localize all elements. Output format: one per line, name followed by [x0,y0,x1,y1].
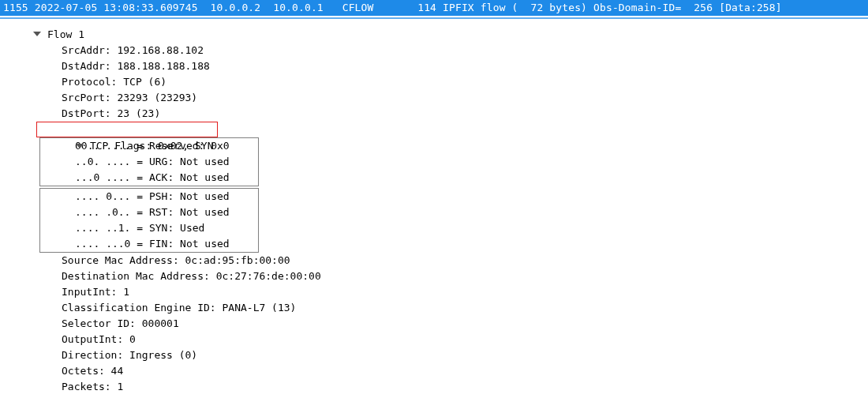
field-row[interactable]: Protocol: TCP (6) [62,74,865,90]
packet-timestamp: 2022-07-05 13:08:33.609745 [35,2,198,13]
flag-fin: .... ...0 = FIN: Not used [75,236,230,252]
flag-bit-row[interactable]: .... .0.. = RST: Not used [75,205,258,220]
field-row[interactable]: OutputInt: 0 [62,332,865,347]
octets: Octets: 44 [62,363,123,379]
field-row[interactable]: DstPort: 23 (23) [62,106,865,122]
field-row[interactable]: SrcAddr: 192.168.88.102 [62,43,865,58]
dst-port: DstPort: 23 (23) [62,106,160,122]
flag-bit-row[interactable]: .... ..1. = SYN: Used [75,220,258,236]
output-int: OutputInt: 0 [62,332,136,347]
flag-ack: ...0 .... = ACK: Not used [75,170,230,186]
separator-line [0,17,868,19]
packet-protocol: CFLOW [342,2,374,13]
data-suffix: [Data:258] [713,2,782,13]
ce-id: Classification Engine ID: PANA-L7 (13) [62,300,296,316]
src-mac: Source Mac Address: 0c:ad:95:fb:00:00 [62,253,290,268]
obs-domain-val: 256 [681,2,713,13]
direction: Direction: Ingress (0) [62,347,197,363]
flag-bit-row[interactable]: .... ...0 = FIN: Not used [75,236,258,252]
field-row[interactable]: Selector ID: 000001 [62,316,865,332]
field-row[interactable]: Classification Engine ID: PANA-L7 (13) [62,300,865,316]
packets: Packets: 1 [62,379,123,395]
field-row[interactable]: Packets: 1 [62,379,865,395]
src-port: SrcPort: 23293 (23293) [62,90,197,106]
packet-dst-ip: 10.0.0.1 [273,2,324,13]
field-row[interactable]: InputInt: 1 [62,284,865,300]
flag-reserved: 00.. .... = Reserved: 0x0 [75,138,230,154]
field-row[interactable]: Direction: Ingress (0) [62,347,865,363]
obs-domain-label: Obs-Domain-ID= [587,2,681,13]
flag-urg: ..0. .... = URG: Not used [75,154,230,170]
dst-mac: Destination Mac Address: 0c:27:76:de:00:… [62,268,321,284]
field-row[interactable]: Octets: 44 [62,363,865,379]
flag-bit-row[interactable]: .... 0... = PSH: Not used [75,189,258,205]
selector-id: Selector ID: 000001 [62,316,179,332]
flow-header: Flow 1 [47,27,84,43]
dst-addr: DstAddr: 188.188.188.188 [62,58,210,74]
flag-bit-row[interactable]: 00.. .... = Reserved: 0x0 [75,138,258,154]
flag-psh: .... 0... = PSH: Not used [75,189,230,205]
packet-length: 114 [417,2,436,13]
field-row[interactable]: SrcPort: 23293 (23293) [62,90,865,106]
input-int: InputInt: 1 [62,284,129,300]
src-addr: SrcAddr: 192.168.88.102 [62,43,204,58]
field-row[interactable]: DstAddr: 188.188.188.188 [62,58,865,74]
flag-syn: .... ..1. = SYN: Used [75,220,204,236]
packet-no: 1155 [3,2,28,13]
flag-bit-row[interactable]: ...0 .... = ACK: Not used [75,170,258,186]
field-row[interactable]: Destination Mac Address: 0c:27:76:de:00:… [62,268,865,284]
field-row[interactable]: Source Mac Address: 0c:ad:95:fb:00:00 [62,253,865,268]
packet-info-prefix: IPFIX flow ( [443,2,518,13]
flow-header-row[interactable]: Flow 1 [33,27,865,43]
packet-info-bytes: 72 bytes) [518,2,588,13]
tcp-flag-bits-box: .... 0... = PSH: Not used .... .0.. = RS… [39,188,259,253]
packet-details-tree: Flow 1 SrcAddr: 192.168.88.102 DstAddr: … [0,24,868,398]
flag-bit-row[interactable]: ..0. .... = URG: Not used [75,154,258,170]
selected-field-highlight: TCP Flags: 0x02, SYN [36,122,218,137]
flag-rst: .... .0.. = RST: Not used [75,205,230,220]
caret-down-icon[interactable] [33,32,41,36]
packet-summary-bar[interactable]: 1155 2022-07-05 13:08:33.609745 10.0.0.2… [0,0,868,16]
caret-down-icon[interactable] [76,144,84,148]
protocol: Protocol: TCP (6) [62,74,166,90]
packet-src-ip: 10.0.0.2 [211,2,261,13]
tcp-flags-header-row[interactable]: TCP Flags: 0x02, SYN [36,122,865,137]
